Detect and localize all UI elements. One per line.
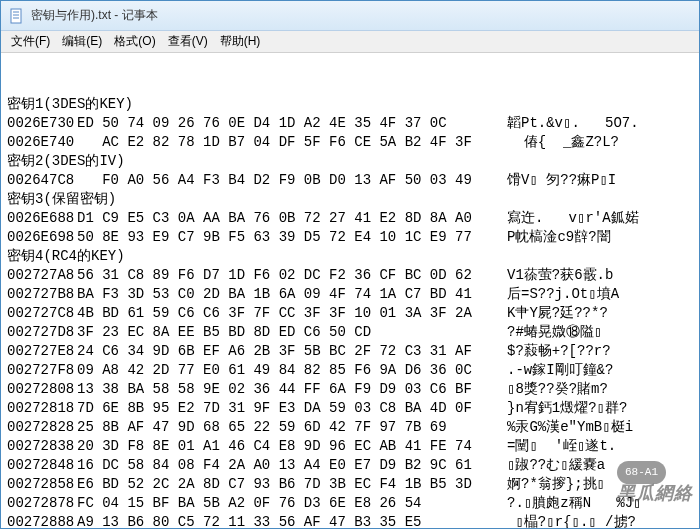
hex-row: 002727F809 A8 42 2D 77 E0 61 49 84 82 85… <box>7 361 693 380</box>
addr: 00272888 <box>7 513 77 528</box>
ascii: 韜Pt.&v▯. 5O7. <box>507 114 693 133</box>
hex-bytes: 7D 6E 8B 95 E2 7D 31 9F E3 DA 59 03 C8 B… <box>77 399 507 418</box>
hex-row: 002727E824 C6 34 9D 6B EF A6 2B 3F 5B BC… <box>7 342 693 361</box>
ascii: =闉▯ '峌▯遂t. <box>507 437 693 456</box>
hex-row: 002727B8BA F3 3D 53 C0 2D BA 1B 6A 09 4F… <box>7 285 693 304</box>
addr: 002727D8 <box>7 323 77 342</box>
hex-row: 0026E69850 8E 93 E9 C7 9B F5 63 39 D5 72… <box>7 228 693 247</box>
ascii: }n宥鈣1燬燿?▯群? <box>507 399 693 418</box>
ascii: ▯8獎??癸?賭m? <box>507 380 693 399</box>
hex-row: 0027283820 3D F8 8E 01 A1 46 C4 E8 9D 96… <box>7 437 693 456</box>
addr: 002727A8 <box>7 266 77 285</box>
hex-row: 0026E688D1 C9 E5 C3 0A AA BA 76 0B 72 27… <box>7 209 693 228</box>
addr: 00272848 <box>7 456 77 475</box>
window-titlebar: 密钥与作用).txt - 记事本 <box>1 1 699 31</box>
menu-view[interactable]: 查看(V) <box>162 31 214 52</box>
addr: 0026E730 <box>7 114 77 133</box>
ascii: .-w鎵I剛叮鐘&? <box>507 361 693 380</box>
menu-help[interactable]: 帮助(H) <box>214 31 267 52</box>
addr: 002647C8 <box>7 171 77 190</box>
menu-edit[interactable]: 编辑(E) <box>56 31 108 52</box>
addr: 002727E8 <box>7 342 77 361</box>
hex-row: 002647C8 F0 A0 56 A4 F3 B4 D2 F9 0B D0 1… <box>7 171 693 190</box>
hex-row: 00272878FC 04 15 BF BA 5B A2 0F 76 D3 6E… <box>7 494 693 513</box>
hex-row: 0026E740 AC E2 82 78 1D B7 04 DF 5F F6 C… <box>7 133 693 152</box>
hex-bytes: 09 A8 42 2D 77 E0 61 49 84 82 85 F6 9A D… <box>77 361 507 380</box>
section-header: 密钥4(RC4的KEY) <box>7 247 693 266</box>
hex-bytes: D1 C9 E5 C3 0A AA BA 76 0B 72 27 41 E2 8… <box>77 209 507 228</box>
hex-bytes: A9 13 B6 80 C5 72 11 33 56 AF 47 B3 35 E… <box>77 513 507 528</box>
hex-row: 00272858E6 BD 52 2C 2A 8D C7 93 B6 7D 3B… <box>7 475 693 494</box>
ascii: 偆{ _鑫Z?L? <box>507 133 693 152</box>
ascii: 馉V▯ 匇??痳P▯I <box>507 171 693 190</box>
menu-format[interactable]: 格式(O) <box>108 31 161 52</box>
hex-bytes: 56 31 C8 89 F6 D7 1D F6 02 DC F2 36 CF B… <box>77 266 507 285</box>
hex-row: 002727A856 31 C8 89 F6 D7 1D F6 02 DC F2… <box>7 266 693 285</box>
addr: 002727F8 <box>7 361 77 380</box>
addr: 00272838 <box>7 437 77 456</box>
hex-row: 0027284816 DC 58 84 08 F4 2A A0 13 A4 E0… <box>7 456 693 475</box>
hex-bytes: 25 8B AF 47 9D 68 65 22 59 6D 42 7F 97 7… <box>77 418 507 437</box>
hex-row: 0027282825 8B AF 47 9D 68 65 22 59 6D 42… <box>7 418 693 437</box>
hex-row: 0026E730ED 50 74 09 26 76 0E D4 1D A2 4E… <box>7 114 693 133</box>
ascii: 寫迕. v▯r'A鈲婼 <box>507 209 693 228</box>
menubar: 文件(F) 编辑(E) 格式(O) 查看(V) 帮助(H) <box>1 31 699 53</box>
hex-row: 002727C84B BD 61 59 C6 C6 3F 7F CC 3F 3F… <box>7 304 693 323</box>
ascii: ▯橸?▯r{▯.▯ /掳? <box>507 513 693 528</box>
hex-bytes: 13 38 BA 58 58 9E 02 36 44 FF 6A F9 D9 0… <box>77 380 507 399</box>
hex-bytes: 50 8E 93 E9 C7 9B F5 63 39 D5 72 E4 10 1… <box>77 228 507 247</box>
addr: 0026E740 <box>7 133 77 152</box>
addr: 00272858 <box>7 475 77 494</box>
hex-bytes: ED 50 74 09 26 76 0E D4 1D A2 4E 35 4F 3… <box>77 114 507 133</box>
addr: 002727B8 <box>7 285 77 304</box>
hex-bytes: AC E2 82 78 1D B7 04 DF 5F F6 CE 5A B2 4… <box>77 133 507 152</box>
ascii: ?#蝽晃媺⑱隘▯ <box>507 323 693 342</box>
hex-bytes: 3F 23 EC 8A EE B5 BD 8D ED C6 50 CD <box>77 323 507 342</box>
hex-row: 002727D83F 23 EC 8A EE B5 BD 8D ED C6 50… <box>7 323 693 342</box>
menu-file[interactable]: 文件(F) <box>5 31 56 52</box>
hex-bytes: E6 BD 52 2C 2A 8D C7 93 B6 7D 3B EC F4 1… <box>77 475 507 494</box>
ascii: ?.▯膹皰z稱N %J▯ <box>507 494 693 513</box>
addr: 00272818 <box>7 399 77 418</box>
notepad-icon <box>9 8 25 24</box>
hex-bytes: F0 A0 56 A4 F3 B4 D2 F9 0B D0 13 AF 50 0… <box>77 171 507 190</box>
addr: 00272878 <box>7 494 77 513</box>
ascii: ▯踧??む▯緩嚢a <box>507 456 693 475</box>
hex-row: 0027280813 38 BA 58 58 9E 02 36 44 FF 6A… <box>7 380 693 399</box>
window-title: 密钥与作用).txt - 记事本 <box>31 7 158 24</box>
ascii: %汞G%漢e"YmB▯梃i <box>507 418 693 437</box>
hex-row: 00272888A9 13 B6 80 C5 72 11 33 56 AF 47… <box>7 513 693 528</box>
hex-bytes: BA F3 3D 53 C0 2D BA 1B 6A 09 4F 74 1A C… <box>77 285 507 304</box>
addr: 0026E698 <box>7 228 77 247</box>
svg-rect-0 <box>11 9 21 23</box>
hex-bytes: FC 04 15 BF BA 5B A2 0F 76 D3 6E E8 26 5… <box>77 494 507 513</box>
section-header: 密钥1(3DES的KEY) <box>7 95 693 114</box>
ascii: V1蒣萤?获6霰.b <box>507 266 693 285</box>
addr: 002727C8 <box>7 304 77 323</box>
hex-bytes: 20 3D F8 8E 01 A1 46 C4 E8 9D 96 EC AB 4… <box>77 437 507 456</box>
hex-bytes: 24 C6 34 9D 6B EF A6 2B 3F 5B BC 2F 72 C… <box>77 342 507 361</box>
ascii: 后=S??j.Ot▯墳A <box>507 285 693 304</box>
hex-bytes: 4B BD 61 59 C6 C6 3F 7F CC 3F 3F 10 01 3… <box>77 304 507 323</box>
section-header: 密钥2(3DES的IV) <box>7 152 693 171</box>
ascii: $?蔱畅+?[??r? <box>507 342 693 361</box>
hex-bytes: 16 DC 58 84 08 F4 2A A0 13 A4 E0 E7 D9 B… <box>77 456 507 475</box>
addr: 00272828 <box>7 418 77 437</box>
addr: 00272808 <box>7 380 77 399</box>
addr: 0026E688 <box>7 209 77 228</box>
ascii: 婀?*翁摉};挑▯ <box>507 475 693 494</box>
text-content[interactable]: 密钥1(3DES的KEY)0026E730ED 50 74 09 26 76 0… <box>1 53 699 528</box>
hex-row: 002728187D 6E 8B 95 E2 7D 31 9F E3 DA 59… <box>7 399 693 418</box>
ascii: P帎槁淦c9辥?闇 <box>507 228 693 247</box>
section-header: 密钥3(保留密钥) <box>7 190 693 209</box>
ascii: K肀Y屍?廷??*? <box>507 304 693 323</box>
